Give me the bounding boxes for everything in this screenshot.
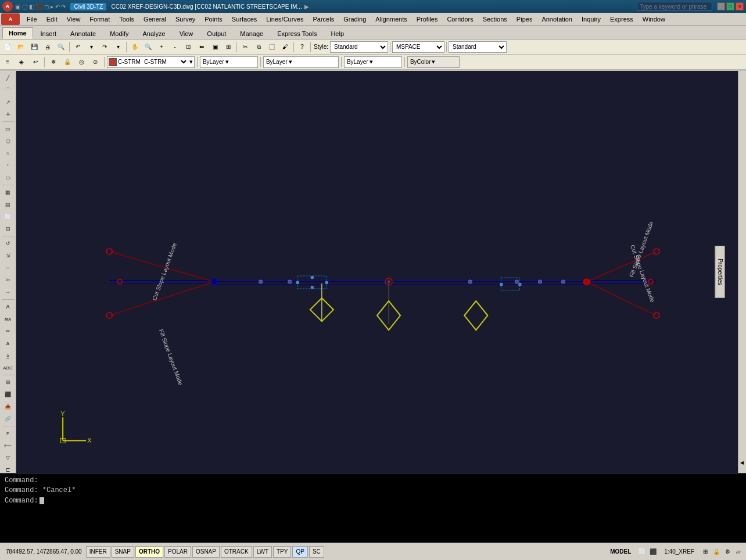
layer-match-btn[interactable]: ◈ [15,56,28,69]
circle-tool[interactable]: ○ [1,148,15,159]
polygon-tool[interactable]: ⬡ [1,135,15,147]
line-tool[interactable]: ╱ [1,72,15,84]
open-btn[interactable]: 📂 [15,41,27,53]
tab-insert[interactable]: Insert [34,28,63,39]
layer-uiso-btn[interactable]: ⊙ [89,56,102,69]
linetype-dropdown-arrow[interactable]: ▾ [289,58,292,66]
zoom-prev-btn[interactable]: ⬅ [195,41,208,53]
scale-tool[interactable]: ⇲ [1,250,15,261]
help-btn[interactable]: ? [296,41,309,53]
menu-parcels[interactable]: Parcels [308,13,339,26]
menu-alignments[interactable]: Alignments [371,13,411,26]
zoom-ext-btn[interactable]: ⊡ [182,41,195,53]
product-selector[interactable]: Civil 3D-TZ [70,3,106,10]
lineweight-dropdown-arrow[interactable]: ▾ [370,58,373,66]
pan-btn[interactable]: ✋ [128,41,141,53]
polyline-tool[interactable]: ⌒ [1,84,15,96]
menu-pipes[interactable]: Pipes [512,13,537,26]
plotstyle-dropdown-arrow[interactable]: ▾ [432,58,435,66]
zoom-win-btn[interactable]: ▣ [209,41,221,53]
layer-dropdown-arrow[interactable]: ▾ [189,58,193,66]
menu-grading[interactable]: Grading [339,13,371,26]
tab-annotate[interactable]: Annotate [64,28,102,39]
otrack-btn[interactable]: OTRACK [221,546,252,558]
menu-window[interactable]: Window [638,13,670,26]
xref-tool[interactable]: 🔗 [1,413,15,425]
rotate-tool[interactable]: ↺ [1,238,15,249]
text-mask-tool[interactable]: A [1,338,15,349]
title-arrow[interactable]: ▶ [304,3,309,10]
copy-btn[interactable]: ⧉ [252,41,265,53]
autodesk-logo[interactable]: A [1,13,20,25]
text-mask2-tool[interactable]: A [1,350,15,361]
stretch-tool[interactable]: ↔ [1,262,15,274]
print-prev-btn[interactable]: 🔍 [55,41,67,53]
menu-format[interactable]: Format [85,13,114,26]
scale-icon-1[interactable]: ⊞ [700,547,711,557]
menu-express[interactable]: Express [605,13,638,26]
text-edit-tool[interactable]: ✏ [1,325,15,337]
ellipse-tool[interactable]: ⬭ [1,172,15,184]
model-icon-1[interactable]: ⬜ [637,547,647,557]
save-btn[interactable]: 💾 [28,41,41,53]
zoom-out-btn[interactable]: - [168,41,181,53]
wblock-tool[interactable]: 📥 [1,401,15,412]
scale-icon-2[interactable]: 🔒 [711,547,722,557]
scale-icon-3[interactable]: ⚙ [722,547,733,557]
boundary-tool[interactable]: ⊟ [1,223,15,235]
extend-tool[interactable]: → [1,286,15,298]
menu-points[interactable]: Points [200,13,227,26]
layer-select[interactable]: C-STRM [142,58,188,66]
maximize-button[interactable]: □ [726,2,734,10]
text-spell-tool[interactable]: ABC [1,362,15,374]
menu-surfaces[interactable]: Surfaces [227,13,261,26]
corridor-tool[interactable]: ⟵ [1,440,15,451]
region-tool[interactable]: ⬜ [1,211,15,222]
lwt-btn[interactable]: LWT [253,546,272,558]
tab-express-tools[interactable]: Express Tools [271,28,323,39]
move-tool[interactable]: ✛ [1,109,15,120]
cut-btn[interactable]: ✂ [239,41,252,53]
minimize-button[interactable]: _ [717,2,725,10]
redo-drop-btn[interactable]: ▾ [112,41,124,53]
linework-tool[interactable]: F [1,428,15,439]
panel-collapse-btn[interactable]: ◀ [738,457,746,468]
rectangle-tool[interactable]: ▭ [1,123,15,135]
paste-btn[interactable]: 📋 [266,41,278,53]
tab-help[interactable]: Help [324,28,350,39]
layer-freeze-btn[interactable]: ❄ [47,56,60,69]
redo-btn[interactable]: ↷ [98,41,111,53]
zoom-btn[interactable]: 🔍 [142,41,155,53]
undo-drop-btn[interactable]: ▾ [85,41,98,53]
sc-btn[interactable]: SC [309,546,324,558]
search-input[interactable] [637,2,712,11]
hatch-tool[interactable]: ▦ [1,186,15,198]
print-btn[interactable]: 🖨 [41,41,54,53]
menu-file[interactable]: File [22,13,42,26]
drawing-area[interactable]: Cut Slope Layout Mode Fill Slope Layout … [16,71,738,473]
qp-btn[interactable]: QP [292,546,307,558]
block-tool[interactable]: ⬛ [1,389,15,400]
menu-edit[interactable]: Edit [42,13,62,26]
ray-tool[interactable]: ↗ [1,96,15,108]
layer-iso-btn[interactable]: ◎ [75,56,88,69]
undo-btn[interactable]: ↶ [71,41,84,53]
grading-tool[interactable]: ▽ [1,452,15,464]
scale-icon-4[interactable]: ▱ [733,547,744,557]
tab-modify[interactable]: Modify [103,28,135,39]
infer-btn[interactable]: INFER [86,546,110,558]
close-button[interactable]: ✕ [736,2,744,10]
menu-profiles[interactable]: Profiles [412,13,443,26]
trim-tool[interactable]: ✄ [1,274,15,286]
layer-prev-btn[interactable]: ↩ [29,56,42,69]
layer-lock-btn[interactable]: 🔒 [61,56,74,69]
insert-tool[interactable]: ⊞ [1,376,15,388]
layer-prop-btn[interactable]: ≡ [1,56,14,69]
menu-annotation[interactable]: Annotation [537,13,577,26]
tpy-btn[interactable]: TPY [273,546,291,558]
space-select[interactable]: MSPACE [392,41,444,53]
color-dropdown-arrow[interactable]: ▾ [225,58,229,66]
model-icon-2[interactable]: ⬛ [648,547,658,557]
zoom-in-btn[interactable]: + [155,41,168,53]
mtext-tool[interactable]: MA [1,313,15,325]
